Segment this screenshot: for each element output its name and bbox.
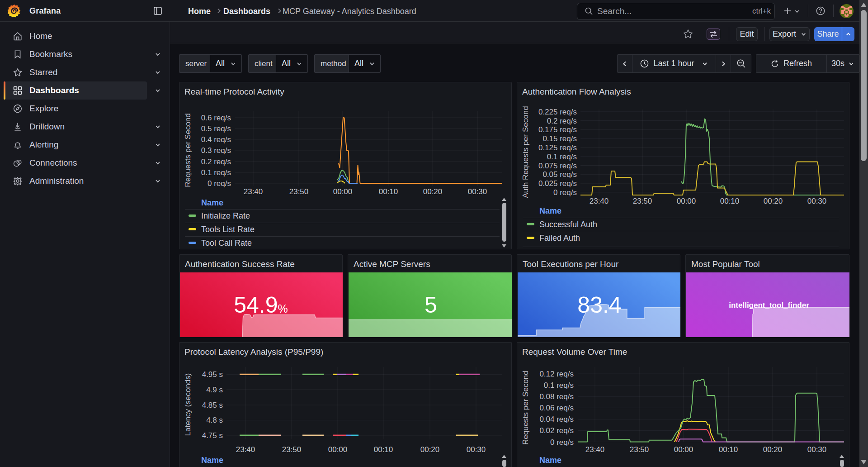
svg-text:83.4: 83.4 [577, 292, 621, 318]
svg-text:0.125 req/s: 0.125 req/s [538, 143, 577, 152]
svg-text:0.1 req/s: 0.1 req/s [547, 152, 577, 161]
svg-text:00:00: 00:00 [674, 445, 693, 454]
svg-text:00:30: 00:30 [807, 445, 827, 454]
svg-text:23:50: 23:50 [630, 445, 649, 454]
svg-text:23:40: 23:40 [585, 445, 605, 454]
svg-text:Name: Name [201, 198, 223, 207]
svg-text:4.9 s: 4.9 s [206, 386, 223, 394]
svg-text:0 req/s: 0 req/s [208, 179, 231, 188]
svg-text:Tool Call Rate: Tool Call Rate [201, 238, 252, 248]
svg-text:0.025 req/s: 0.025 req/s [538, 179, 577, 188]
svg-text:0.08 req/s: 0.08 req/s [539, 392, 574, 401]
svg-text:23:50: 23:50 [633, 197, 652, 205]
svg-text:Initialize Rate: Initialize Rate [201, 211, 250, 220]
svg-text:00:10: 00:10 [374, 445, 393, 454]
svg-text:0.3 req/s: 0.3 req/s [201, 146, 231, 155]
svg-text:00:10: 00:10 [719, 445, 738, 454]
svg-text:0.12 req/s: 0.12 req/s [539, 370, 574, 378]
svg-text:0.1 req/s: 0.1 req/s [544, 381, 574, 390]
svg-text:0.04 req/s: 0.04 req/s [539, 415, 574, 424]
svg-text:Name: Name [539, 206, 561, 215]
svg-text:0 req/s: 0 req/s [553, 188, 577, 197]
svg-text:0.6 req/s: 0.6 req/s [201, 114, 231, 122]
svg-text:00:30: 00:30 [467, 445, 486, 454]
svg-text:0.15 req/s: 0.15 req/s [542, 134, 577, 143]
svg-text:0.075 req/s: 0.075 req/s [538, 162, 577, 170]
svg-text:00:10: 00:10 [720, 197, 740, 205]
svg-text:4.8 s: 4.8 s [206, 416, 223, 424]
svg-text:0.2 req/s: 0.2 req/s [201, 157, 231, 166]
svg-text:Tools List Rate: Tools List Rate [201, 225, 255, 234]
svg-text:23:40: 23:40 [236, 445, 255, 454]
svg-text:00:10: 00:10 [379, 187, 398, 196]
svg-text:00:20: 00:20 [764, 197, 783, 205]
svg-text:Requests per Second: Requests per Second [184, 113, 192, 187]
svg-text:0.02 req/s: 0.02 req/s [539, 426, 574, 435]
svg-text:4.95 s: 4.95 s [202, 370, 223, 379]
svg-text:0.06 req/s: 0.06 req/s [539, 404, 574, 412]
svg-text:Requests per Second: Requests per Second [521, 371, 530, 445]
svg-text:00:30: 00:30 [468, 187, 487, 196]
svg-text:Latency (seconds): Latency (seconds) [184, 373, 192, 436]
svg-text:0 req/s: 0 req/s [550, 438, 574, 447]
svg-text:5: 5 [425, 292, 437, 318]
svg-text:00:00: 00:00 [328, 445, 348, 454]
svg-text:Failed Auth: Failed Auth [539, 234, 580, 243]
svg-text:0.175 req/s: 0.175 req/s [538, 125, 577, 134]
svg-text:Successful Auth: Successful Auth [539, 220, 597, 229]
svg-text:00:20: 00:20 [420, 445, 440, 454]
svg-text:Name: Name [539, 456, 561, 465]
svg-text:4.85 s: 4.85 s [202, 401, 223, 410]
svg-text:00:30: 00:30 [807, 197, 827, 205]
svg-text:0.05 req/s: 0.05 req/s [542, 170, 577, 179]
svg-text:0.225 req/s: 0.225 req/s [538, 108, 577, 116]
svg-text:Name: Name [201, 456, 223, 465]
svg-text:0.4 req/s: 0.4 req/s [201, 135, 231, 144]
svg-text:23:50: 23:50 [282, 445, 302, 454]
svg-text:0.5 req/s: 0.5 req/s [201, 124, 231, 133]
svg-text:4.75 s: 4.75 s [202, 431, 223, 440]
svg-text:23:40: 23:40 [244, 187, 263, 196]
svg-text:intelligent_tool_finder: intelligent_tool_finder [729, 301, 809, 310]
svg-text:00:20: 00:20 [423, 187, 443, 196]
svg-text:00:00: 00:00 [677, 197, 696, 205]
svg-text:00:20: 00:20 [763, 445, 783, 454]
svg-text:0.1 req/s: 0.1 req/s [201, 168, 231, 177]
svg-text:00:00: 00:00 [333, 187, 353, 196]
svg-text:23:40: 23:40 [590, 197, 609, 205]
svg-text:23:50: 23:50 [289, 187, 309, 196]
svg-text:Auth Requests per Second: Auth Requests per Second [521, 106, 530, 198]
svg-text:0.2 req/s: 0.2 req/s [547, 117, 577, 125]
